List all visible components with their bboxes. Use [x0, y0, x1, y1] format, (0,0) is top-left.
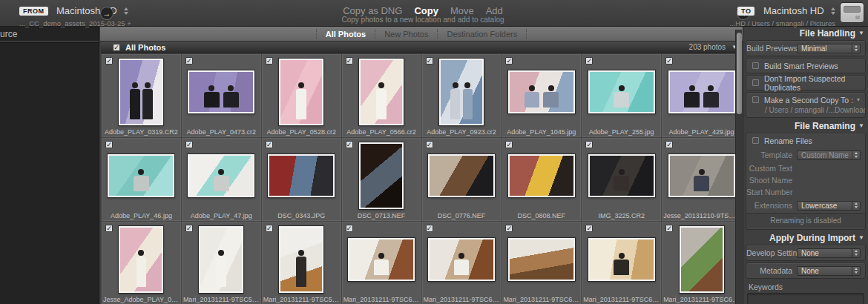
- photo-cell[interactable]: ✓Mari_20131211-9TSC6441.cr2: [502, 222, 581, 304]
- photo-checkbox[interactable]: ✓: [505, 57, 513, 65]
- grid-scrollbar[interactable]: [735, 30, 742, 304]
- mode-add[interactable]: Add: [486, 5, 503, 16]
- photo-thumbnail[interactable]: [668, 154, 735, 197]
- file-renaming-header[interactable]: File Renaming ▼: [743, 119, 868, 132]
- photo-cell[interactable]: ✓Mari_20131211-9TSC5962.cr2: [262, 222, 341, 304]
- photo-checkbox[interactable]: ✓: [426, 225, 433, 232]
- photo-cell[interactable]: ✓Adobe_PLAY_0473.cr2: [182, 54, 261, 137]
- photo-cell[interactable]: ✓Adobe_PLAY_0528.cr2: [262, 54, 341, 137]
- mode-copy[interactable]: Copy: [414, 5, 438, 16]
- dont-import-duplicates-checkbox[interactable]: [752, 79, 759, 86]
- photo-cell[interactable]: ✓Adobe_PLAY_1045.jpg: [502, 54, 581, 137]
- photo-checkbox[interactable]: ✓: [105, 141, 113, 148]
- file-handling-header[interactable]: File Handling ▼: [743, 27, 868, 39]
- mode-move[interactable]: Move: [450, 5, 474, 16]
- from-path[interactable]: ..._CC_demo_assets_2015-03-25 +: [19, 19, 131, 27]
- second-copy-path[interactable]: / Users / smangali /...Download Backups: [746, 105, 865, 116]
- photo-thumbnail[interactable]: [279, 226, 323, 293]
- photo-cell[interactable]: ✓Mari_20131211-9TSC6197.cr2: [342, 222, 421, 304]
- photo-checkbox[interactable]: ✓: [665, 57, 673, 65]
- photo-cell[interactable]: ✓IMG_3225.CR2: [582, 138, 661, 221]
- photo-checkbox[interactable]: ✓: [266, 57, 273, 65]
- photo-checkbox[interactable]: ✓: [585, 57, 593, 65]
- photo-checkbox[interactable]: ✓: [346, 225, 353, 232]
- photo-cell[interactable]: ✓Jesse_Adobe_PLAY_0566.cr2: [102, 222, 181, 304]
- photo-thumbnail[interactable]: [188, 70, 254, 113]
- photo-thumbnail[interactable]: [348, 238, 415, 281]
- photo-thumbnail[interactable]: [508, 238, 575, 281]
- extensions-dropdown[interactable]: Lowercase: [797, 201, 861, 211]
- build-smart-previews-checkbox[interactable]: [752, 62, 759, 69]
- photo-thumbnail[interactable]: [268, 154, 335, 197]
- photo-cell[interactable]: ✓Adobe_PLAY_255.jpg: [582, 54, 661, 137]
- photo-thumbnail[interactable]: [119, 226, 163, 293]
- photo-thumbnail[interactable]: [588, 154, 655, 197]
- photo-checkbox[interactable]: ✓: [266, 141, 273, 148]
- template-dropdown[interactable]: Custom Name -...: [797, 151, 861, 160]
- destination-device-group[interactable]: TO Macintosh HD ...HD / Users / smangali…: [729, 4, 835, 27]
- file-handling-chevron-down-icon[interactable]: ▼: [858, 30, 864, 36]
- photo-checkbox[interactable]: ✓: [266, 225, 273, 232]
- to-device-name[interactable]: Macintosh HD: [763, 5, 824, 16]
- photo-checkbox[interactable]: ✓: [426, 141, 433, 148]
- photo-cell[interactable]: ✓Adobe_PLAY_0566.cr2: [342, 54, 421, 137]
- photo-checkbox[interactable]: ✓: [665, 225, 673, 232]
- photo-thumbnail[interactable]: [428, 238, 495, 281]
- photo-thumbnail[interactable]: [188, 154, 254, 197]
- select-all-checkbox[interactable]: ✓: [113, 44, 120, 51]
- photo-cell[interactable]: ✓Adobe_PLAY_47.jpg: [182, 138, 261, 221]
- photo-thumbnail[interactable]: [439, 59, 484, 125]
- photo-cell[interactable]: ✓Mari_20131211-9TSC6871.cr2: [662, 222, 741, 304]
- apply-during-import-header[interactable]: Apply During Import ▼: [743, 231, 868, 244]
- develop-settings-dropdown[interactable]: None: [797, 248, 861, 258]
- photo-thumbnail[interactable]: [108, 154, 174, 197]
- photo-thumbnail[interactable]: [199, 226, 243, 293]
- photo-cell[interactable]: ✓Adobe_PLAY_46.jpg: [102, 138, 181, 221]
- second-copy-caret-icon[interactable]: ▾: [857, 96, 860, 103]
- photo-cell[interactable]: ✓DSC_0808.NEF: [502, 138, 581, 221]
- tab-new-photos[interactable]: New Photos: [375, 29, 437, 39]
- photo-thumbnail[interactable]: [428, 154, 495, 197]
- photo-thumbnail[interactable]: [119, 59, 163, 125]
- second-copy-checkbox[interactable]: [752, 96, 759, 103]
- photo-cell[interactable]: ✓DSC_0713.NEF: [342, 138, 421, 221]
- apply-during-import-chevron-down-icon[interactable]: ▼: [858, 234, 864, 241]
- photo-checkbox[interactable]: ✓: [105, 57, 113, 65]
- photo-checkbox[interactable]: ✓: [426, 57, 433, 65]
- photo-checkbox[interactable]: ✓: [346, 141, 353, 148]
- photo-cell[interactable]: ✓Jesse_20131210-9TSC5038.cr2: [662, 138, 741, 221]
- photo-checkbox[interactable]: ✓: [585, 225, 593, 232]
- build-previews-dropdown[interactable]: Minimal: [797, 44, 861, 53]
- photo-checkbox[interactable]: ✓: [346, 57, 353, 65]
- photo-cell[interactable]: ✓DSC_0776.NEF: [422, 138, 502, 221]
- photo-cell[interactable]: ✓Adobe_PLAY_429.jpg: [662, 54, 741, 137]
- keywords-input[interactable]: [747, 293, 864, 304]
- photo-cell[interactable]: ✓Mari_20131211-9TSC6378.cr2: [422, 222, 502, 304]
- grid-scrollbar-thumb[interactable]: [737, 33, 742, 114]
- photo-checkbox[interactable]: ✓: [585, 141, 593, 148]
- photo-checkbox[interactable]: ✓: [185, 225, 193, 232]
- mode-copy-as-dng[interactable]: Copy as DNG: [343, 5, 402, 16]
- photo-checkbox[interactable]: ✓: [185, 141, 193, 148]
- rename-files-checkbox[interactable]: [752, 137, 759, 144]
- tab-destination-folders[interactable]: Destination Folders: [437, 29, 527, 39]
- photo-checkbox[interactable]: ✓: [505, 225, 513, 232]
- photo-cell[interactable]: ✓DSC_0343.JPG: [262, 138, 341, 221]
- photo-checkbox[interactable]: ✓: [665, 141, 673, 148]
- from-device-stepper-icon[interactable]: [124, 7, 128, 15]
- source-arrow-button[interactable]: →: [100, 7, 114, 20]
- photo-cell[interactable]: ✓Mari_20131211-9TSC5907.cr2: [182, 222, 261, 304]
- photo-cell[interactable]: ✓Mari_20131211-9TSC6709.cr2: [582, 222, 661, 304]
- photo-cell[interactable]: ✓Adobe_PLAY_0319.CR2: [102, 54, 181, 137]
- photo-thumbnail[interactable]: [508, 154, 575, 197]
- photo-checkbox[interactable]: ✓: [185, 57, 193, 65]
- tab-all-photos[interactable]: All Photos: [316, 29, 375, 39]
- photo-thumbnail[interactable]: [359, 142, 404, 209]
- photo-thumbnail[interactable]: [359, 59, 404, 125]
- photo-thumbnail[interactable]: [508, 70, 575, 113]
- photo-thumbnail[interactable]: [588, 70, 655, 113]
- photo-thumbnail[interactable]: [668, 70, 735, 113]
- photo-thumbnail[interactable]: [279, 59, 323, 125]
- photo-checkbox[interactable]: ✓: [105, 225, 113, 232]
- photo-thumbnail[interactable]: [680, 226, 724, 293]
